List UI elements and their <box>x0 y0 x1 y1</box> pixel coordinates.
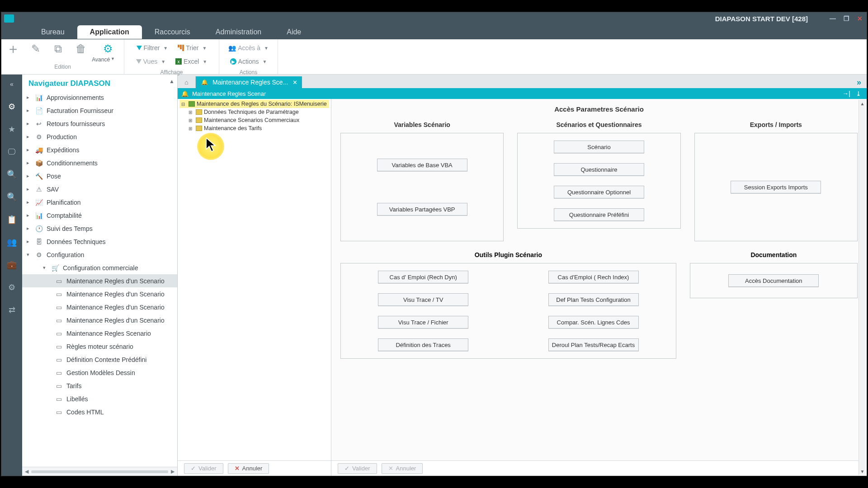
nav-configuration[interactable]: ▾⚙Configuration <box>22 248 177 261</box>
rail-collapse[interactable]: « <box>6 78 18 90</box>
nav-maint-regles-3[interactable]: ▭Maintenance Regles d'un Scenario <box>22 300 177 314</box>
edit-button[interactable]: ✎ <box>26 40 46 58</box>
nav-comptabilite[interactable]: ▸📊Comptabilité <box>22 209 177 222</box>
rail-cog[interactable]: ⚙ <box>6 282 18 293</box>
scroll-up-icon[interactable]: ▲ <box>859 100 866 107</box>
tab-close[interactable]: ✕ <box>292 79 297 86</box>
copy-button[interactable]: ⧉ <box>48 40 68 58</box>
tree-root[interactable]: ⊟ Maintenance des Regles du Scénario: IS… <box>179 100 329 108</box>
nav-regles-moteur[interactable]: ▭Règles moteur scénario <box>22 340 177 353</box>
nav-config-commerciale[interactable]: ▾🛒Configuration commerciale <box>22 261 177 274</box>
sidebar-hscroll[interactable]: ◀ ▶ <box>22 467 177 476</box>
rail-clipboard[interactable]: 📋 <box>6 214 18 225</box>
menu-raccourcis[interactable]: Raccourcis <box>142 25 203 39</box>
filter-icon <box>137 46 142 50</box>
tab-label: Maintenance Regles Sce... <box>212 79 288 86</box>
filter-button[interactable]: Filtrer▼ <box>133 41 172 55</box>
rail-share[interactable]: ⇄ <box>6 304 18 316</box>
nav-libelles[interactable]: ▭Libellés <box>22 392 177 405</box>
nav-suivi-temps[interactable]: ▸🕐Suivi des Temps <box>22 222 177 235</box>
menu-administration[interactable]: Administration <box>203 25 274 39</box>
menu-aide[interactable]: Aide <box>274 25 314 39</box>
nav-approvisionnements[interactable]: ▸📊Approvisionnements <box>22 91 177 104</box>
maximize-button[interactable]: ❐ <box>841 14 851 23</box>
nav-retours[interactable]: ▸↩Retours fournisseurs <box>22 117 177 130</box>
btn-variables-base[interactable]: Variables de Base VBA <box>377 159 467 171</box>
rail-star[interactable]: ★ <box>6 123 18 135</box>
rail-search[interactable]: 🔍 <box>6 169 18 180</box>
nav-gestion-modeles[interactable]: ▭Gestion Modèles Dessin <box>22 366 177 379</box>
nav-maint-regles-scenario[interactable]: ▭Maintenance Regles Scenario <box>22 327 177 340</box>
rail-search2[interactable]: 🔍 <box>6 191 18 203</box>
new-button[interactable]: ＋ <box>3 40 23 58</box>
close-button[interactable]: ✕ <box>855 14 865 23</box>
access-button[interactable]: 👥 Accès à▼ <box>225 41 272 55</box>
btn-compar-scen[interactable]: Compar. Scén. Lignes Cdes <box>548 316 639 328</box>
nav-conditionnements[interactable]: ▸📦Conditionnements <box>22 156 177 169</box>
sidebar-tree[interactable]: ▸📊Approvisionnements ▸📄Facturation Fourn… <box>22 91 177 467</box>
nav-facturation[interactable]: ▸📄Facturation Fournisseur <box>22 104 177 117</box>
sidebar-scroll-up[interactable]: ▲ <box>169 78 175 84</box>
menu-bureau[interactable]: Bureau <box>28 25 77 39</box>
btn-questionnaire-opt[interactable]: Questionnaire Optionnel <box>554 186 644 198</box>
scroll-right-icon[interactable]: ▶ <box>171 469 175 474</box>
menu-application[interactable]: Application <box>77 25 142 39</box>
btn-visu-trace-tv[interactable]: Visu Trace / TV <box>378 293 468 306</box>
access-icon: 👥 <box>228 44 236 52</box>
tree-node-3[interactable]: ⊞ Maintenance des Tarifs <box>179 124 329 132</box>
scenario-tree[interactable]: ⊟ Maintenance des Regles du Scénario: IS… <box>178 99 331 460</box>
tree-valider-button[interactable]: ✓Valider <box>184 463 223 474</box>
tree-node-2[interactable]: ⊞ Maintenance Scenarios Commerciaux <box>179 116 329 124</box>
btn-cas-emploi-dyn[interactable]: Cas d' Emploi (Rech Dyn) <box>378 271 468 283</box>
nav-planification[interactable]: ▸📈Planification <box>22 196 177 209</box>
excel-button[interactable]: x Excel▼ <box>172 55 211 68</box>
nav-donnees-tech[interactable]: ▸🗄Données Techniques <box>22 235 177 248</box>
btn-variables-partagees[interactable]: Variables Partagées VBP <box>377 203 467 216</box>
toolbar: ＋ ✎ ⧉ 🗑 ⚙ Avancé ▼ Edition Filtrer▼ <box>1 39 867 75</box>
nav-tarifs[interactable]: ▭Tarifs <box>22 379 177 392</box>
btn-deroul-plan[interactable]: Deroul Plan Tests/Recap Ecarts <box>548 338 639 351</box>
btn-questionnaire[interactable]: Questionnaire <box>554 163 644 176</box>
rail-gear[interactable]: ⚙ <box>6 101 18 113</box>
scroll-down-icon[interactable]: ▼ <box>859 468 866 475</box>
rail-monitor[interactable]: 🖵 <box>6 146 18 158</box>
form-valider-button[interactable]: ✓Valider <box>338 463 377 474</box>
form-annuler-button[interactable]: ✕Annuler <box>382 463 423 474</box>
btn-acces-doc[interactable]: Accès Documentation <box>728 274 819 287</box>
rail-users[interactable]: 👥 <box>6 236 18 248</box>
breadcrumb-bar: 🔔 Maintenance Regles Scenar →| ⤓ <box>178 88 867 99</box>
views-button[interactable]: Vues▼ <box>132 55 169 68</box>
bc-download-icon[interactable]: ⤓ <box>856 90 861 97</box>
btn-def-traces[interactable]: Définition des Traces <box>378 338 468 351</box>
btn-session-exports[interactable]: Session Exports Imports <box>731 181 821 193</box>
nav-maint-regles-1[interactable]: ▭Maintenance Regles d'un Scenario <box>22 274 177 287</box>
sort-button[interactable]: Trier▼ <box>174 41 210 55</box>
nav-expeditions[interactable]: ▸🚚Expéditions <box>22 143 177 156</box>
active-tab[interactable]: 🔔 Maintenance Regles Sce... ✕ <box>196 76 302 88</box>
scroll-left-icon[interactable]: ◀ <box>25 469 28 474</box>
nav-pose[interactable]: ▸🔨Pose <box>22 169 177 183</box>
btn-scenario[interactable]: Scénario <box>554 141 644 153</box>
delete-button[interactable]: 🗑 <box>71 40 91 58</box>
group-plugin: Cas d' Emploi (Rech Dyn) Visu Trace / TV… <box>340 263 676 359</box>
btn-def-plan-tests[interactable]: Def Plan Tests Configuration <box>548 293 639 306</box>
advanced-button[interactable]: ⚙ <box>94 40 123 58</box>
tabstrip-arrow[interactable]: » <box>851 76 867 88</box>
btn-visu-trace-fichier[interactable]: Visu Trace / Fichier <box>378 316 468 328</box>
nav-sav[interactable]: ▸⚠SAV <box>22 183 177 196</box>
tree-node-1[interactable]: ⊞ Données Techniques de Paramétrage <box>179 108 329 116</box>
nav-maint-regles-4[interactable]: ▭Maintenance Regles d'un Scenario <box>22 314 177 327</box>
nav-codes-html[interactable]: ▭Codes HTML <box>22 405 177 418</box>
nav-production[interactable]: ▸⚙Production <box>22 130 177 143</box>
btn-questionnaire-pref[interactable]: Questionnaire Préféfini <box>554 208 644 221</box>
bc-arrow-icon[interactable]: →| <box>842 90 850 97</box>
nav-maint-regles-2[interactable]: ▭Maintenance Regles d'un Scenario <box>22 287 177 300</box>
actions-button[interactable]: ▶ Actions▼ <box>226 55 271 68</box>
home-tab[interactable]: ⌂ <box>178 76 196 88</box>
nav-def-contexte[interactable]: ▭Définition Contexte Prédéfini <box>22 353 177 366</box>
form-vscroll[interactable]: ▲ ▼ <box>859 100 866 475</box>
minimize-button[interactable]: — <box>828 14 838 23</box>
tree-annuler-button[interactable]: ✕Annuler <box>228 463 269 474</box>
btn-cas-emploi-index[interactable]: Cas d'Emploi ( Rech Index) <box>548 271 639 283</box>
rail-briefcase[interactable]: 💼 <box>6 259 18 271</box>
